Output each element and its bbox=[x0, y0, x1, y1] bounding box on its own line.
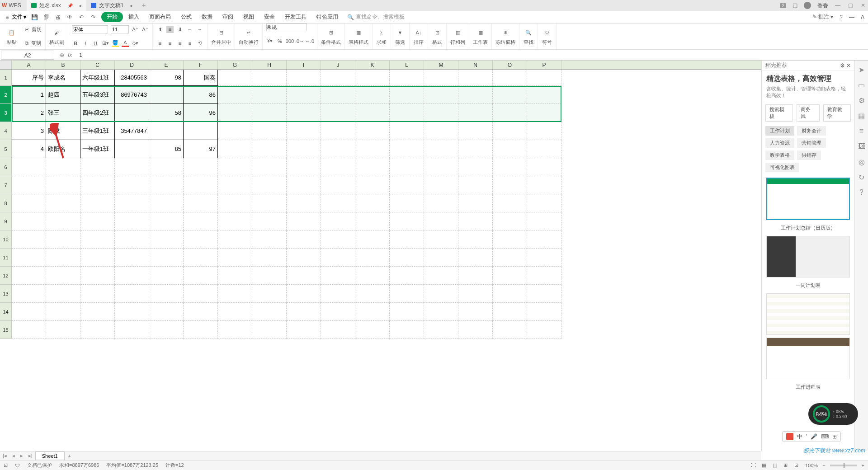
settings-icon[interactable]: ⚙ bbox=[857, 96, 866, 105]
cell[interactable] bbox=[115, 249, 149, 267]
cell[interactable] bbox=[321, 249, 355, 267]
cell[interactable] bbox=[115, 104, 149, 122]
cell[interactable] bbox=[390, 249, 424, 267]
row-header[interactable]: 4 bbox=[0, 122, 12, 140]
select-all-corner[interactable] bbox=[0, 61, 12, 69]
cell[interactable] bbox=[424, 70, 458, 86]
cell[interactable] bbox=[390, 285, 424, 303]
cell[interactable] bbox=[355, 70, 390, 86]
cell[interactable] bbox=[355, 104, 390, 122]
worksheet-button[interactable]: ▦工作表 bbox=[473, 27, 488, 46]
col-header-P[interactable]: P bbox=[527, 61, 561, 69]
align-middle-icon[interactable]: ≡ bbox=[166, 26, 174, 33]
cell[interactable] bbox=[287, 70, 321, 86]
cell[interactable]: 一年级1班 bbox=[80, 140, 115, 158]
cell[interactable] bbox=[287, 140, 321, 158]
hamburger-icon[interactable]: ≡ bbox=[4, 14, 11, 21]
cell[interactable] bbox=[527, 86, 561, 104]
menu-tab-security[interactable]: 安全 bbox=[259, 11, 279, 23]
orientation-icon[interactable]: ⟲ bbox=[196, 40, 203, 47]
cell[interactable] bbox=[458, 122, 493, 140]
cell[interactable] bbox=[321, 267, 355, 285]
cell[interactable] bbox=[321, 140, 355, 158]
underline-icon[interactable]: U bbox=[92, 40, 99, 47]
cell[interactable] bbox=[46, 267, 80, 285]
cell[interactable] bbox=[80, 194, 115, 212]
col-header-M[interactable]: M bbox=[424, 61, 458, 69]
cell[interactable] bbox=[390, 158, 424, 176]
cell[interactable]: 国奏 bbox=[184, 70, 218, 86]
cell[interactable] bbox=[424, 140, 458, 158]
cell[interactable] bbox=[12, 158, 46, 176]
cell[interactable] bbox=[184, 176, 218, 194]
justify-icon[interactable]: ≡ bbox=[186, 40, 193, 47]
increase-decimal-icon[interactable]: .0→ bbox=[296, 38, 303, 45]
cell[interactable] bbox=[184, 249, 218, 267]
document-tab-1[interactable]: 文字文稿1 ● bbox=[86, 0, 137, 11]
print-icon[interactable]: 🖨 bbox=[54, 14, 61, 21]
cell[interactable] bbox=[493, 70, 527, 86]
cell[interactable] bbox=[218, 70, 252, 86]
zoom-in-icon[interactable]: + bbox=[862, 463, 864, 468]
view-break-icon[interactable]: ⊞ bbox=[783, 462, 790, 469]
cell[interactable] bbox=[390, 212, 424, 230]
decrease-font-icon[interactable]: A⁻ bbox=[142, 26, 149, 33]
cell[interactable] bbox=[12, 321, 46, 339]
cell[interactable] bbox=[493, 194, 527, 212]
expand-icon[interactable]: ⛶ bbox=[751, 462, 757, 469]
align-top-icon[interactable]: ⬆ bbox=[156, 26, 164, 33]
cell[interactable] bbox=[46, 285, 80, 303]
col-header-I[interactable]: I bbox=[287, 61, 321, 69]
ime-lang[interactable]: 中 bbox=[797, 433, 802, 441]
row-header[interactable]: 6 bbox=[0, 158, 12, 176]
col-header-O[interactable]: O bbox=[493, 61, 527, 69]
format-painter-button[interactable]: 🖌 格式刷 bbox=[49, 27, 64, 46]
user-avatar[interactable] bbox=[804, 2, 811, 9]
cell[interactable] bbox=[355, 158, 390, 176]
cell[interactable] bbox=[287, 321, 321, 339]
cell[interactable] bbox=[287, 285, 321, 303]
paste-button[interactable]: 📋 粘贴 bbox=[6, 27, 17, 46]
cell[interactable] bbox=[321, 212, 355, 230]
cell[interactable]: 李成名 bbox=[46, 70, 80, 86]
row-header[interactable]: 12 bbox=[0, 267, 12, 285]
cell[interactable] bbox=[80, 267, 115, 285]
cell[interactable] bbox=[218, 122, 252, 140]
row-header[interactable]: 5 bbox=[0, 140, 12, 158]
view-normal-icon[interactable]: ▦ bbox=[762, 462, 768, 469]
cell[interactable] bbox=[493, 140, 527, 158]
cell[interactable] bbox=[321, 194, 355, 212]
new-tab-button[interactable]: + bbox=[142, 1, 146, 9]
cell[interactable] bbox=[458, 158, 493, 176]
cell[interactable] bbox=[115, 285, 149, 303]
row-header[interactable]: 2 bbox=[0, 86, 12, 104]
cell[interactable] bbox=[149, 249, 184, 267]
find-button[interactable]: 🔍查找 bbox=[523, 27, 534, 46]
cell[interactable] bbox=[321, 158, 355, 176]
sum-button[interactable]: Σ求和 bbox=[376, 27, 387, 46]
cell[interactable] bbox=[424, 86, 458, 104]
cell[interactable] bbox=[355, 249, 390, 267]
cell[interactable] bbox=[80, 285, 115, 303]
cell[interactable] bbox=[424, 212, 458, 230]
cell[interactable] bbox=[493, 285, 527, 303]
cell[interactable] bbox=[287, 303, 321, 321]
cell[interactable]: 3 bbox=[12, 122, 46, 140]
cell[interactable] bbox=[218, 212, 252, 230]
row-header[interactable]: 9 bbox=[0, 212, 12, 230]
zoom-percent[interactable]: 100% bbox=[805, 463, 818, 468]
col-header-K[interactable]: K bbox=[355, 61, 390, 69]
collapse-ribbon-icon[interactable]: — bbox=[849, 14, 854, 20]
ime-mic-icon[interactable]: 🎤 bbox=[811, 433, 817, 440]
rp-tab-business[interactable]: 商务风 bbox=[797, 104, 819, 122]
cell[interactable] bbox=[493, 158, 527, 176]
cell[interactable] bbox=[321, 70, 355, 86]
cell[interactable] bbox=[424, 321, 458, 339]
cell[interactable]: 五年级3班 bbox=[80, 86, 115, 104]
tab-close-icon[interactable]: ● bbox=[79, 3, 82, 8]
rp-close-icon[interactable]: ✕ bbox=[846, 62, 851, 69]
cell[interactable]: 35477847 bbox=[115, 122, 149, 140]
cell[interactable] bbox=[287, 86, 321, 104]
cell[interactable] bbox=[218, 104, 252, 122]
cell[interactable] bbox=[149, 86, 184, 104]
